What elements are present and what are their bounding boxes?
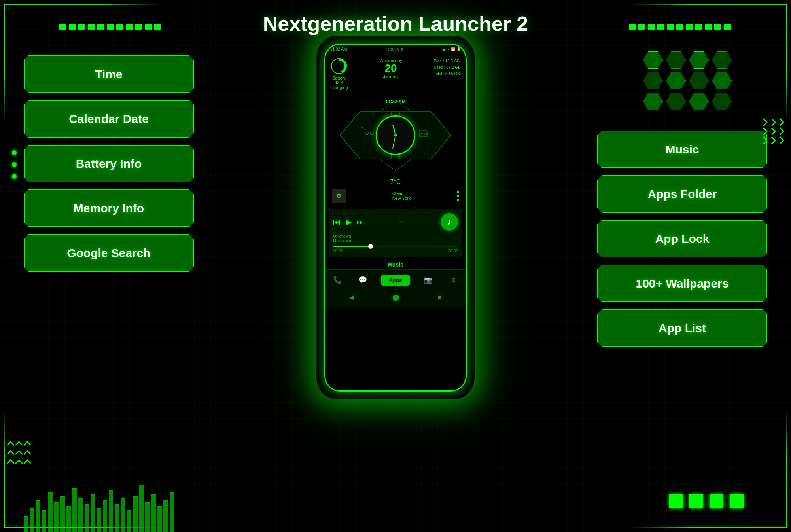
equalizer-bar [30, 508, 34, 532]
corner-decoration [596, 206, 604, 214]
corner-decoration [187, 99, 195, 107]
time-row: 00:00 00:00 [333, 249, 458, 253]
border-right-top [786, 4, 787, 123]
corner-decoration [596, 309, 604, 316]
equalizer-bar [60, 496, 64, 532]
clock-time: 11:32 AM [340, 99, 451, 104]
corner-decoration [760, 174, 768, 182]
dot-2 [12, 162, 17, 167]
border-bot-right [629, 527, 787, 528]
chevron-down-icon [7, 450, 15, 458]
more-icon[interactable]: ⊞ [447, 273, 461, 287]
equalizer-bar [151, 494, 156, 532]
phone-screen: Battery 43% Charging Wednesday 20 Januar… [325, 54, 466, 390]
music-controls: ⏮ ▶ ⏭ ≡+ ♪ [333, 213, 458, 231]
corner-decoration [596, 340, 604, 348]
corner-decoration [187, 86, 195, 94]
app-title: Nextgeneration Launcher 2 [263, 12, 528, 36]
battery-icon [331, 58, 347, 74]
minute-hand [392, 135, 396, 149]
app-lock-button-label: App Lock [655, 232, 710, 246]
calendar-date-button[interactable]: Calendar Date [24, 100, 194, 138]
apps-folder-button[interactable]: Apps Folder [597, 175, 767, 213]
battery-percent: 43% [330, 80, 348, 85]
google-search-button-label: Google Search [67, 246, 151, 260]
corner-decoration [596, 264, 604, 272]
equalizer-bar [91, 494, 95, 532]
memory-free: Free : 13.3 GB [434, 58, 461, 64]
equalizer-bar [97, 508, 101, 532]
camera-icon[interactable]: 📷 [421, 273, 435, 287]
chevron-right-icon [776, 127, 784, 135]
corner-decoration [23, 220, 31, 228]
battery-info-button[interactable]: Battery Info [24, 145, 194, 182]
hex-1 [643, 51, 663, 69]
google-search-button[interactable]: Google Search [24, 234, 194, 272]
calendar-date-button-label: Calendar Date [69, 112, 149, 126]
memory-info-button[interactable]: Memory Info [24, 189, 194, 227]
left-panel: Time Calendar Date Battery Info Memory I… [24, 55, 194, 272]
hex-3 [689, 51, 709, 69]
day-number: 20 [379, 63, 402, 74]
corner-decoration [760, 340, 768, 348]
chevron-right-icon [760, 136, 768, 144]
message-icon[interactable]: 💬 [356, 273, 370, 287]
app-list-button[interactable]: App List [597, 309, 767, 347]
battery-info-button-label: Battery Info [76, 157, 142, 170]
corner-decoration [760, 161, 768, 169]
chevron-right-icon [768, 127, 776, 135]
chevron-right-icon [760, 118, 768, 126]
clock-hands [378, 117, 413, 153]
chevron-down-icon [15, 450, 23, 458]
chevron-right-icon [768, 136, 776, 144]
corner-decoration [187, 55, 195, 62]
back-icon[interactable]: ◀ [349, 293, 354, 301]
prev-button[interactable]: ⏮ [333, 218, 341, 227]
border-left-bot [4, 409, 5, 528]
apps-button[interactable]: Apps [381, 275, 410, 286]
bottom-indicators [669, 494, 744, 508]
corner-decoration [187, 144, 195, 152]
dot-icon [457, 191, 459, 193]
next-button[interactable]: ⏭ [356, 218, 364, 227]
corner-decoration [23, 86, 31, 94]
corner-decoration [596, 250, 604, 258]
current-time: 00:00 [333, 249, 343, 253]
border-right-bot [786, 409, 787, 528]
corner-decoration [23, 99, 31, 107]
nav-icons-row: 📞 💬 Apps 📷 ⊞ [330, 273, 461, 287]
wallpapers-button[interactable]: 100+ Wallpapers [597, 265, 767, 302]
phone-top-info: Battery 43% Charging Wednesday 20 Januar… [325, 54, 466, 94]
music-progress[interactable] [333, 246, 458, 247]
time-button[interactable]: Time [24, 55, 194, 93]
home-icon[interactable]: ⬤ [392, 293, 399, 301]
equalizer-bar [42, 510, 46, 532]
play-button[interactable]: ▶ [346, 217, 352, 227]
corner-decoration [596, 174, 604, 182]
app-lock-button[interactable]: App Lock [597, 220, 767, 257]
equalizer-bar [78, 498, 83, 532]
corner-decoration [23, 233, 31, 241]
music-note-icon: ♪ [441, 213, 458, 231]
recents-icon[interactable]: ■ [438, 294, 442, 301]
equalizer-bar [121, 498, 125, 532]
corner-decoration [187, 233, 195, 241]
music-button-label: Music [665, 143, 699, 156]
apps-folder-button-label: Apps Folder [647, 187, 717, 201]
corner-decoration [23, 144, 31, 152]
phone-icon[interactable]: 📞 [330, 273, 344, 287]
corner-decoration [23, 131, 31, 138]
phone-body: 11:32 AM | 0.3KB/s ⚙ ☁ ✦ 📶 🔋 Battery 43%… [324, 44, 467, 392]
music-button[interactable]: Music [597, 131, 767, 168]
svg-text:VPN: VPN [361, 126, 365, 129]
dot-icon [457, 195, 459, 197]
corner-decoration [23, 175, 31, 183]
weather-icon: G [332, 189, 346, 203]
equalizer-bar [54, 502, 59, 532]
hex-5 [643, 72, 663, 89]
separator [329, 206, 462, 206]
date-section: Wednesday 20 January [379, 58, 402, 90]
border-left-top [4, 4, 5, 123]
memory-info-button-label: Memory Info [74, 202, 144, 215]
hex-12 [712, 93, 732, 110]
